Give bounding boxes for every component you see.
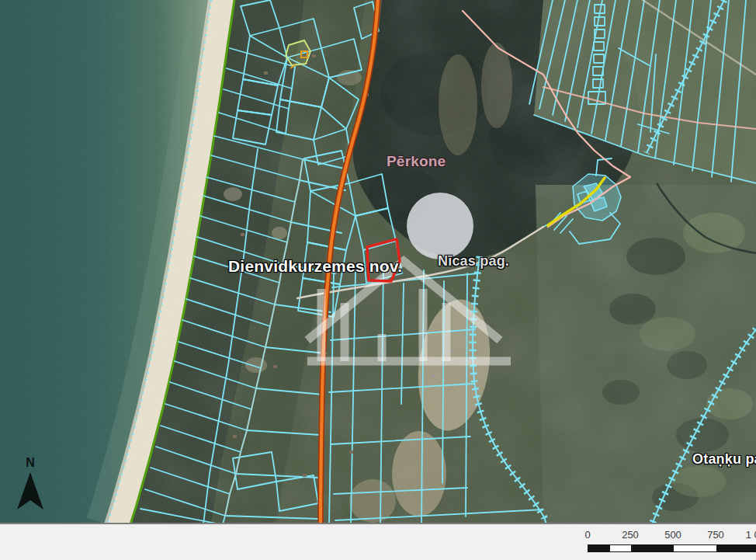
satellite-cadastre-layer — [0, 0, 756, 524]
scale-bar-segments — [588, 544, 756, 552]
map-viewport: Pērkone Dienvidkurzemes nov. Nīcas pag. … — [0, 0, 756, 560]
north-arrow-label: N — [12, 457, 48, 469]
scale-bar-tick-label: 0 — [584, 529, 590, 541]
scale-bar-segment — [674, 545, 716, 551]
scale-bar-tick-label: 500 — [664, 529, 681, 541]
north-arrow: N — [12, 457, 48, 517]
scale-bar-segment — [588, 545, 610, 551]
map-footer-bar: 02505007501 000 — [0, 526, 756, 560]
scale-bar-segment — [631, 545, 674, 551]
scale-bar: 02505007501 000 — [588, 526, 756, 560]
scale-bar-tick-label: 750 — [707, 529, 724, 541]
scale-bar-segment — [610, 545, 632, 551]
scale-bar-tick-label: 1 000 — [746, 529, 756, 541]
map-canvas[interactable]: Pērkone Dienvidkurzemes nov. Nīcas pag. … — [0, 0, 756, 524]
highlight-circle-marker — [407, 193, 473, 259]
north-arrow-icon — [12, 469, 48, 514]
scale-bar-segment — [716, 545, 756, 551]
scale-bar-tick-label: 250 — [622, 529, 639, 541]
